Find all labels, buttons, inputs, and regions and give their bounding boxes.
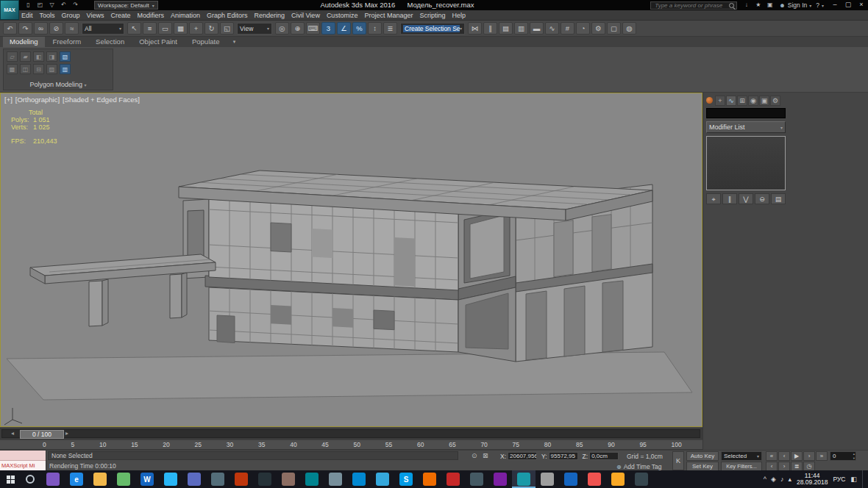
coordinate-input[interactable]: 0,0cm xyxy=(589,452,619,460)
select-and-manipulate-icon[interactable]: ⊕ xyxy=(291,22,305,35)
menu-item[interactable]: Modifiers xyxy=(137,12,164,19)
taskbar-steam-icon[interactable] xyxy=(206,470,230,488)
taskbar-app-1[interactable] xyxy=(41,470,65,488)
undo-quick-icon[interactable]: ↶ xyxy=(59,1,68,10)
percent-snap-icon[interactable]: % xyxy=(352,22,366,35)
search-input[interactable] xyxy=(653,1,727,10)
search-box[interactable] xyxy=(650,1,737,10)
taskbar-app-13[interactable] xyxy=(465,470,488,488)
set-keys-button[interactable]: K xyxy=(672,451,684,470)
motion-tab-icon[interactable]: ◉ xyxy=(748,96,758,106)
reference-coordinate-dropdown[interactable]: View▾ xyxy=(237,23,272,35)
rectangular-selection-icon[interactable]: ▭ xyxy=(158,22,172,35)
taskbar-word-icon[interactable]: W xyxy=(135,470,159,488)
maximize-button[interactable]: ▢ xyxy=(842,0,855,10)
info-center-icon[interactable]: ▣ xyxy=(765,1,775,10)
taskbar-explorer-icon[interactable] xyxy=(88,470,112,488)
viewport-menu-general[interactable]: [+] xyxy=(4,96,13,104)
track-bar[interactable]: 0510152025303540455055606570758085909510… xyxy=(0,439,702,450)
ribbon-tab[interactable]: Modeling xyxy=(3,37,45,47)
taskbar-app-12[interactable] xyxy=(441,470,465,488)
selection-lock-icon[interactable]: ⊠ xyxy=(483,452,488,459)
align-icon[interactable]: ∥ xyxy=(483,22,497,35)
window-crossing-icon[interactable]: ▦ xyxy=(174,22,188,35)
curve-editor-icon[interactable]: ∿ xyxy=(545,22,559,35)
listener-line[interactable]: MAXScript Mi xyxy=(0,461,46,470)
selection-filter-dropdown[interactable]: All▾ xyxy=(82,23,124,35)
unlink-selection-icon[interactable]: ⊘ xyxy=(49,22,63,35)
workspace-dropdown[interactable]: Workspace: Default▾ xyxy=(94,1,158,10)
current-frame-field[interactable]: 0 ▴▾ xyxy=(830,451,856,461)
taskbar-telegram-icon[interactable] xyxy=(371,470,394,488)
bind-to-space-warp-icon[interactable]: ≈ xyxy=(65,22,79,35)
hierarchy-tab-icon[interactable]: ⊞ xyxy=(737,96,747,106)
redo-quick-icon[interactable]: ↷ xyxy=(71,1,80,10)
spinner-snap-icon[interactable]: ↕ xyxy=(368,22,382,35)
taskbar-app-9[interactable] xyxy=(324,470,347,488)
select-and-link-icon[interactable]: ∞ xyxy=(34,22,48,35)
modifier-list-dropdown[interactable]: Modifier List ▾ xyxy=(706,121,786,133)
taskbar-app-19[interactable] xyxy=(630,470,653,488)
taskbar-edge-icon[interactable]: e xyxy=(65,470,88,488)
redo-icon[interactable]: ↷ xyxy=(18,22,32,35)
menu-item[interactable]: Project Manager xyxy=(364,12,413,19)
show-desktop-button[interactable] xyxy=(862,470,866,488)
taskbar-app-8[interactable] xyxy=(300,470,324,488)
taskbar-app-17[interactable] xyxy=(583,470,606,488)
taskbar-app-5[interactable] xyxy=(230,470,253,488)
open-file-icon[interactable]: ◰ xyxy=(35,1,45,10)
taskbar-app-6[interactable] xyxy=(253,470,277,488)
render-setup-icon[interactable]: ⚙ xyxy=(591,22,605,35)
frame-spinner[interactable]: ▴▾ xyxy=(853,452,855,460)
modifier-stack[interactable] xyxy=(706,136,786,190)
menu-item[interactable]: Civil View xyxy=(291,12,320,19)
viewport[interactable]: [+] [Orthographic] [Shaded + Edged Faces… xyxy=(0,93,702,427)
menu-item[interactable]: Customize xyxy=(327,12,358,19)
save-file-icon[interactable]: ▽ xyxy=(47,1,57,10)
maxscript-mini-listener[interactable]: MAXScript Mi xyxy=(0,451,46,470)
select-and-scale-icon[interactable]: ◱ xyxy=(220,22,234,35)
key-mode-dropdown[interactable]: Selected ▾ xyxy=(721,451,762,461)
go-to-end-button[interactable]: » xyxy=(816,451,828,461)
display-tab-icon[interactable]: ▣ xyxy=(759,96,769,106)
utilities-tab-icon[interactable]: ⚙ xyxy=(770,96,780,106)
sign-in-button[interactable]: ☻ Sign In ▾ xyxy=(779,1,811,9)
viewport-menu-pov[interactable]: [Orthographic] xyxy=(15,96,60,104)
menu-item[interactable]: Graph Editors xyxy=(207,12,248,19)
language-indicator[interactable]: РУС xyxy=(833,476,845,483)
show-end-result-button[interactable]: ∥ xyxy=(722,193,737,204)
undo-icon[interactable]: ↶ xyxy=(3,22,17,35)
ribbon-tool-3[interactable]: ◧ xyxy=(33,51,44,62)
ribbon-tool-8[interactable]: ⊟ xyxy=(33,64,44,74)
keyboard-override-icon[interactable]: ⌨ xyxy=(306,22,320,35)
taskbar-skype-icon[interactable]: S xyxy=(394,470,418,488)
ribbon-tool-4[interactable]: ◨ xyxy=(46,51,57,62)
coordinate-input[interactable]: 95572,95 xyxy=(549,452,578,460)
modify-tab-icon[interactable]: ∿ xyxy=(726,96,736,106)
minimize-button[interactable]: – xyxy=(828,0,842,10)
create-tab-icon[interactable]: + xyxy=(715,96,725,106)
viewport-menu-shading[interactable]: [Shaded + Edged Faces] xyxy=(63,96,140,104)
tray-volume-icon[interactable]: ♪ xyxy=(780,476,784,483)
macro-recorder-line[interactable] xyxy=(0,451,46,461)
taskbar-3dsmax-icon[interactable] xyxy=(512,470,536,488)
ribbon-tab[interactable]: Populate xyxy=(185,37,227,47)
tray-shield-icon[interactable]: ▴ xyxy=(788,476,791,483)
viewport-canvas[interactable] xyxy=(1,93,702,426)
menu-item[interactable]: Create xyxy=(110,12,130,19)
pin-stack-button[interactable]: ⌖ xyxy=(706,193,721,204)
add-time-tag[interactable]: ⊕ Add Time Tag xyxy=(616,463,662,470)
layer-manager-icon[interactable]: ▤ xyxy=(499,22,513,35)
taskbar-app-10[interactable] xyxy=(347,470,371,488)
material-editor-icon[interactable]: ◔ xyxy=(576,22,590,35)
ribbon-toggle-icon[interactable]: ▬ xyxy=(530,22,544,35)
ribbon-tool-2[interactable]: ▰ xyxy=(20,51,31,62)
taskbar-app-3[interactable] xyxy=(159,470,182,488)
make-unique-button[interactable]: ⋁ xyxy=(739,193,753,204)
rendered-frame-icon[interactable]: ▢ xyxy=(607,22,621,35)
schematic-view-icon[interactable]: # xyxy=(561,22,574,35)
render-production-icon[interactable]: ◍ xyxy=(622,22,636,35)
ribbon-tool-10[interactable]: ▥ xyxy=(60,64,71,74)
remove-modifier-button[interactable]: ⊖ xyxy=(755,193,769,204)
taskbar-app-16[interactable] xyxy=(559,470,583,488)
